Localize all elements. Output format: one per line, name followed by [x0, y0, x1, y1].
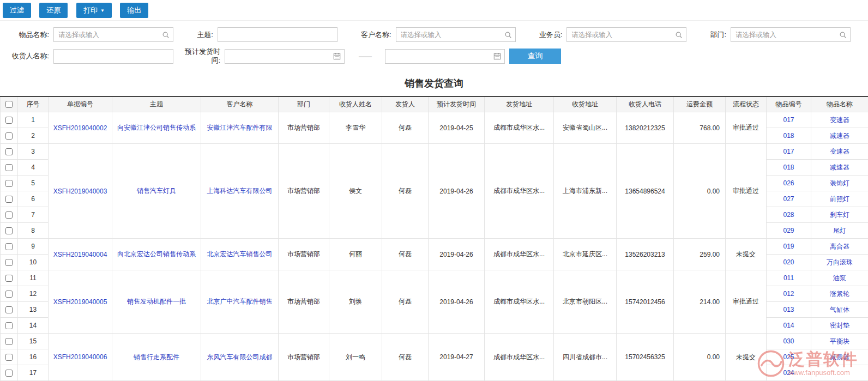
- cell-subject-link[interactable]: 销售发动机配件一批: [127, 298, 186, 305]
- item-no-link[interactable]: 019: [783, 243, 794, 250]
- cell-doc-no-link[interactable]: XSFH2019040002: [53, 124, 107, 132]
- item-no-link[interactable]: 014: [783, 322, 794, 329]
- column-header: 收货人姓名: [329, 96, 382, 112]
- item-no-link[interactable]: 024: [783, 369, 794, 377]
- department-filter-input[interactable]: [731, 27, 851, 42]
- row-checkbox[interactable]: [5, 148, 13, 155]
- row-checkbox[interactable]: [5, 132, 13, 140]
- salesperson-filter-input[interactable]: [566, 27, 686, 42]
- search-icon[interactable]: [675, 31, 683, 39]
- item-no-link[interactable]: 030: [783, 337, 794, 345]
- item-name-link[interactable]: 离合器: [830, 243, 849, 250]
- item-name-link[interactable]: 油泵: [833, 274, 846, 282]
- cell-doc-no-link[interactable]: XSFH2019040006: [53, 353, 107, 361]
- row-checkbox[interactable]: [5, 164, 13, 171]
- item-name-link[interactable]: 密封垫: [830, 322, 849, 329]
- cell-customer-name-link[interactable]: 东风汽车有限公司成都: [207, 353, 273, 361]
- export-button[interactable]: 输出: [120, 3, 148, 18]
- item-name-link[interactable]: 变速器: [830, 116, 849, 124]
- search-icon[interactable]: [839, 31, 847, 39]
- item-name-link[interactable]: 尾灯: [833, 227, 846, 234]
- row-checkbox[interactable]: [5, 306, 13, 313]
- cell-subject-link[interactable]: 向北京宏达公司销售传动系: [117, 250, 196, 258]
- cell-subject-link[interactable]: 向安徽江津公司销售传动系: [117, 124, 196, 131]
- item-name-filter-input[interactable]: [53, 27, 173, 42]
- item-no-link[interactable]: 027: [783, 195, 794, 203]
- cell-consignee-phone: 13820212325: [617, 112, 674, 144]
- filter-button[interactable]: 过滤: [3, 3, 31, 18]
- cell-subject-link[interactable]: 销售汽车灯具: [137, 187, 176, 195]
- query-button[interactable]: 查询: [509, 49, 561, 64]
- item-no-link[interactable]: 011: [783, 274, 794, 282]
- item-name-link[interactable]: 平衡块: [830, 337, 849, 345]
- item-name-link[interactable]: 前照灯: [830, 195, 849, 203]
- item-name-link[interactable]: 气缸体: [830, 306, 849, 313]
- item-no-link[interactable]: 018: [783, 164, 794, 171]
- cell-freight-amount: 0.00: [674, 144, 726, 239]
- cell-receive-address: 上海市浦东新...: [554, 144, 617, 239]
- row-checkbox[interactable]: [5, 196, 13, 203]
- item-name-link[interactable]: 涨紧轮: [830, 290, 849, 298]
- item-no-link[interactable]: 017: [783, 148, 794, 155]
- row-checkbox[interactable]: [5, 259, 13, 266]
- consignee-filter-input[interactable]: [53, 49, 173, 64]
- row-checkbox[interactable]: [5, 354, 13, 361]
- cell-doc-no-link[interactable]: XSFH2019040005: [53, 298, 107, 306]
- cell-customer-name: 安徽江津汽车配件有限: [201, 112, 279, 144]
- row-checkbox[interactable]: [5, 338, 13, 345]
- customer-filter-input[interactable]: [396, 27, 516, 42]
- item-no-link[interactable]: 017: [783, 116, 794, 124]
- cell-customer-name-link[interactable]: 北京宏达汽车销售公司: [207, 250, 273, 258]
- item-name-link[interactable]: 变速器: [830, 148, 849, 155]
- row-checkbox[interactable]: [5, 370, 13, 377]
- cell-doc-no-link[interactable]: XSFH2019040004: [53, 251, 107, 258]
- item-no-link[interactable]: 012: [783, 290, 794, 298]
- calendar-icon[interactable]: [333, 52, 341, 60]
- item-no-link[interactable]: 018: [783, 132, 794, 140]
- row-checkbox[interactable]: [5, 180, 13, 187]
- item-no-link[interactable]: 013: [783, 306, 794, 313]
- item-name-link[interactable]: 刹车灯: [830, 211, 849, 219]
- item-name-link[interactable]: 减震器: [830, 353, 849, 361]
- item-no-link[interactable]: 029: [783, 227, 794, 234]
- cell-subject: 销售汽车灯具: [112, 144, 201, 239]
- item-name-link[interactable]: 减速器: [830, 132, 849, 140]
- item-no-link[interactable]: 025: [783, 353, 794, 361]
- print-button[interactable]: 打印▼: [76, 3, 112, 18]
- cell-customer-name-link[interactable]: 安徽江津汽车配件有限: [207, 124, 273, 131]
- consignee-filter: 收货人名称:: [5, 49, 173, 64]
- calendar-icon[interactable]: [493, 52, 501, 60]
- cell-doc-no-link[interactable]: XSFH2019040003: [53, 188, 107, 195]
- item-no-link[interactable]: 026: [783, 179, 794, 187]
- row-checkbox[interactable]: [5, 211, 13, 219]
- cell-department: 市场营销部: [279, 334, 329, 381]
- cell-doc-no: XSFH2019040004: [49, 239, 112, 270]
- row-checkbox[interactable]: [5, 227, 13, 234]
- cell-item-name: 减震器: [811, 349, 868, 365]
- item-name-link[interactable]: 减速器: [830, 164, 849, 171]
- subject-filter-input[interactable]: [218, 27, 337, 42]
- item-name-link[interactable]: 万向滚珠: [827, 258, 853, 266]
- cell-consignee-name: 刘一鸣: [329, 334, 382, 381]
- cell-seq: 13: [18, 302, 49, 318]
- cell-subject-link[interactable]: 销售行走系配件: [134, 353, 179, 361]
- row-checkbox[interactable]: [5, 322, 13, 329]
- ship-date-end-input[interactable]: [385, 49, 505, 64]
- select-all-checkbox[interactable]: [5, 101, 13, 108]
- row-checkbox[interactable]: [5, 117, 13, 124]
- row-checkbox[interactable]: [5, 291, 13, 298]
- search-icon[interactable]: [162, 31, 170, 39]
- cell-checkbox: [1, 365, 18, 381]
- restore-button[interactable]: 还原: [39, 3, 68, 18]
- column-header: 收货地址: [554, 96, 617, 112]
- item-no-link[interactable]: 028: [783, 211, 794, 219]
- row-checkbox[interactable]: [5, 243, 13, 250]
- cell-customer-name: 北京宏达汽车销售公司: [201, 239, 279, 270]
- cell-customer-name-link[interactable]: 北京广中汽车配件销售: [207, 298, 273, 305]
- row-checkbox[interactable]: [5, 275, 13, 282]
- item-no-link[interactable]: 020: [783, 258, 794, 266]
- cell-customer-name-link[interactable]: 上海科达汽车有限公司: [207, 187, 273, 195]
- item-name-link[interactable]: 装饰灯: [830, 179, 849, 187]
- ship-date-start-input[interactable]: [225, 49, 345, 64]
- search-icon[interactable]: [504, 31, 512, 39]
